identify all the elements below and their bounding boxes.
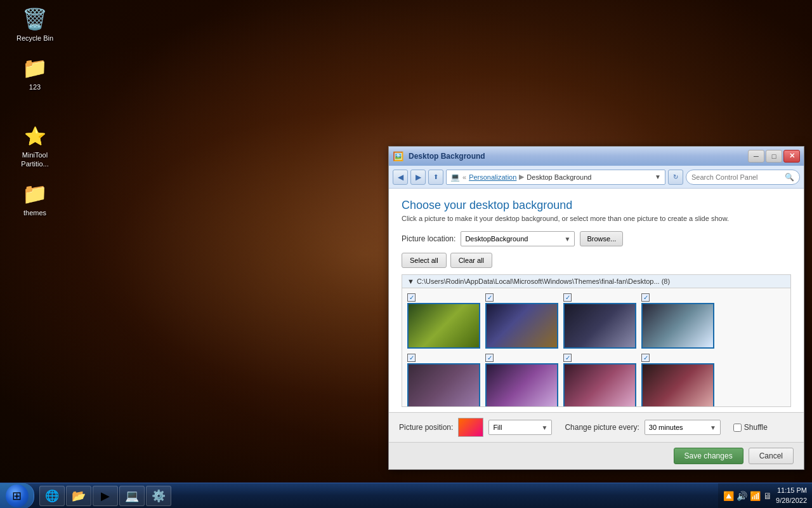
back-button[interactable]: ◀ [393,170,408,185]
checkbox-row: ✓ [641,354,650,362]
image-thumb-8[interactable] [641,363,714,407]
image-thumb-1[interactable] [407,303,480,349]
browse-button[interactable]: Browse... [580,231,623,246]
up-button[interactable]: ⬆ [428,170,443,185]
thumb-inner-4 [643,304,713,347]
image-thumb-7[interactable] [563,363,636,407]
themes-icon[interactable]: 📁 themes [10,181,60,217]
recycle-bin-label: Recycle Bin [16,34,53,43]
tray-display-icon[interactable]: 🖥 [763,491,772,501]
folder-123-icon[interactable]: 📁 123 [10,55,60,91]
image-checkbox-2[interactable]: ✓ [485,293,494,302]
thumb-inner-6 [487,364,557,407]
taskbar-media[interactable]: ▶ [93,486,118,506]
cancel-button[interactable]: Cancel [749,448,794,464]
image-thumb-3[interactable] [563,303,636,349]
shuffle-group: Shuffle [733,423,768,432]
image-grid: ✓ ✓ [402,288,790,407]
tray-network-icon[interactable]: 📶 [750,491,761,501]
content-inner: Choose your desktop background Click a p… [389,189,804,412]
tray-volume-icon[interactable]: 🔊 [737,491,747,501]
image-thumb-2[interactable] [485,303,558,349]
checkbox-row: ✓ [563,293,572,302]
tray-clock[interactable]: 11:15 PM 9/28/2022 [776,486,807,505]
tray-notification-icon[interactable]: 🔼 [723,491,734,501]
control-panel-window: 🖼️ Desktop Background ─ □ ✕ ◀ ▶ ⬆ 💻 « Pe… [388,146,804,470]
image-thumb-5[interactable] [407,363,480,407]
search-input[interactable] [691,173,782,181]
list-item[interactable]: ✓ [407,354,480,407]
recycle-bin-icon[interactable]: 🗑️ Recycle Bin [10,6,60,43]
picture-location-dropdown[interactable]: DesktopBackground ▼ [461,231,575,246]
change-every-label: Change picture every: [565,423,639,432]
checkbox-row: ✓ [407,354,416,362]
minitool-icon[interactable]: ⭐ MiniToolPartitio... [10,123,60,168]
bottom-controls: Picture position: Fill ▼ Change picture … [389,412,804,442]
minimize-button[interactable]: ─ [748,150,764,163]
list-item[interactable]: ✓ [407,293,480,349]
shuffle-checkbox[interactable] [733,424,742,432]
folder-path: C:\Users\Rodin\AppData\Local\Microsoft\W… [417,277,670,285]
position-group: Picture position: Fill ▼ [399,418,552,437]
desktop: 🗑️ Recycle Bin 📁 123 ⭐ MiniToolPartitio.… [0,0,812,508]
taskbar-settings[interactable]: ⚙️ [146,486,171,506]
address-path[interactable]: 💻 « Personalization ▶ Desktop Background… [446,170,665,185]
image-grid-container[interactable]: ▼ C:\Users\Rodin\AppData\Local\Microsoft… [402,274,791,407]
list-item[interactable]: ✓ [563,293,636,349]
taskbar-ie[interactable]: 🌐 [39,486,65,506]
taskbar-explorer[interactable]: 📂 [66,486,91,506]
window-content: Choose your desktop background Click a p… [389,189,804,469]
maximize-button[interactable]: □ [766,150,782,163]
search-box[interactable]: 🔍 [686,170,800,185]
start-orb: ⊞ [6,485,29,507]
shuffle-label: Shuffle [744,423,768,432]
image-checkbox-8[interactable]: ✓ [641,354,650,362]
position-value: Fill [493,424,502,431]
interval-arrow-icon: ▼ [710,424,716,431]
folder-123-label: 123 [29,83,41,91]
image-checkbox-4[interactable]: ✓ [641,293,650,302]
list-item[interactable]: ✓ [485,354,558,407]
forward-button[interactable]: ▶ [410,170,426,185]
image-checkbox-6[interactable]: ✓ [485,354,494,362]
picture-location-arrow-icon: ▼ [564,236,570,243]
select-all-button[interactable]: Select all [402,253,447,268]
interval-dropdown[interactable]: 30 minutes ▼ [645,420,721,435]
title-bar: 🖼️ Desktop Background ─ □ ✕ [389,147,804,166]
breadcrumb-arrow: ▶ [519,173,524,181]
checkbox-row: ✓ [485,354,494,362]
taskbar-apps: 🌐 📂 ▶ 💻 ⚙️ [37,483,718,508]
image-thumb-4[interactable] [641,303,714,349]
image-checkbox-3[interactable]: ✓ [563,293,572,302]
taskbar-computer[interactable]: 💻 [119,486,145,506]
clear-all-button[interactable]: Clear all [450,253,492,268]
address-bar: ◀ ▶ ⬆ 💻 « Personalization ▶ Desktop Back… [389,166,804,189]
folder-collapse-icon[interactable]: ▼ [407,277,414,285]
list-item[interactable]: ✓ [641,354,714,407]
change-group: Change picture every: 30 minutes ▼ [565,420,720,435]
image-thumb-6[interactable] [485,363,558,407]
taskbar: ⊞ 🌐 📂 ▶ 💻 ⚙️ 🔼 🔊 📶 🖥 11:15 PM 9/28/2022 [0,483,812,508]
refresh-button[interactable]: ↻ [668,170,683,185]
themes-label: themes [23,209,46,217]
picture-location-value: DesktopBackground [465,235,528,243]
save-changes-button[interactable]: Save changes [674,448,743,464]
breadcrumb-personalization[interactable]: Personalization [469,173,516,181]
position-dropdown[interactable]: Fill ▼ [488,420,552,435]
list-item[interactable]: ✓ [563,354,636,407]
search-icon: 🔍 [785,173,794,182]
clock-time: 11:15 PM [776,486,807,495]
thumb-inner-5 [409,364,479,407]
image-checkbox-7[interactable]: ✓ [563,354,572,362]
close-button[interactable]: ✕ [783,150,800,163]
page-title: Choose your desktop background [402,199,791,212]
list-item[interactable]: ✓ [641,293,714,349]
image-checkbox-5[interactable]: ✓ [407,354,416,362]
list-item[interactable]: ✓ [485,293,558,349]
dropdown-arrow-icon[interactable]: ▼ [655,173,661,180]
tray-icons: 🔼 🔊 📶 🖥 [723,491,772,501]
computer-icon: 💻 [450,173,460,182]
image-checkbox-1[interactable]: ✓ [407,293,416,302]
start-button[interactable]: ⊞ [0,483,34,509]
recycle-bin-image: 🗑️ [22,6,48,32]
